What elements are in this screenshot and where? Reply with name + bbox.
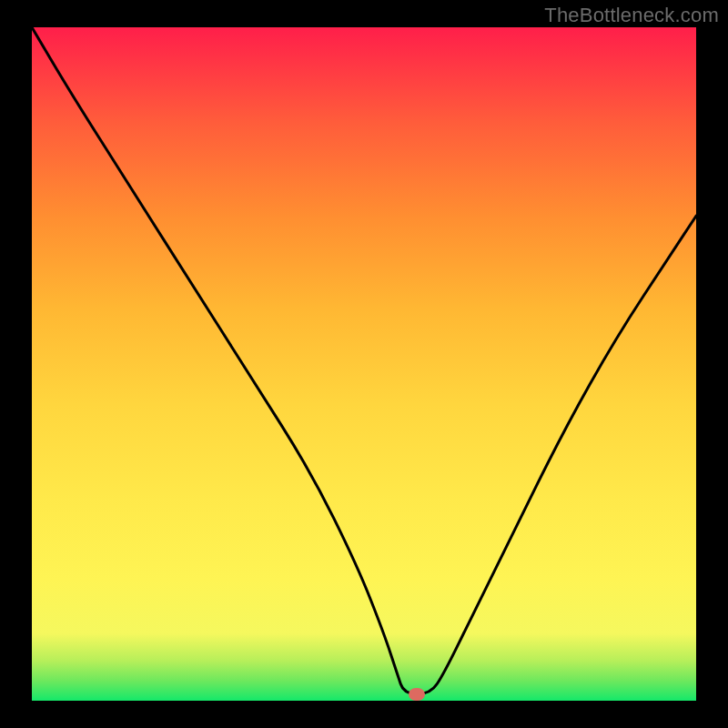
curve-path bbox=[32, 27, 696, 694]
chart-frame: TheBottleneck.com bbox=[0, 0, 728, 728]
optimal-point-marker bbox=[409, 688, 425, 701]
watermark-text: TheBottleneck.com bbox=[544, 4, 719, 27]
bottleneck-curve bbox=[32, 27, 696, 701]
plot-area bbox=[32, 27, 696, 701]
